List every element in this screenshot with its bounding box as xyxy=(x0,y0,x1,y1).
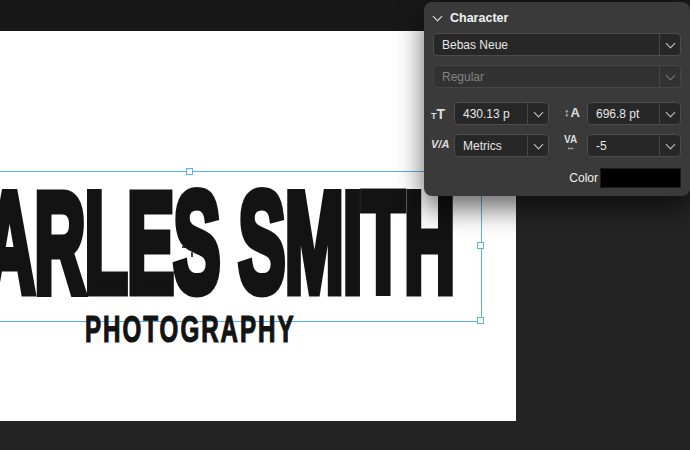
color-label: Color xyxy=(569,171,598,185)
font-family-select[interactable]: Bebas Neue xyxy=(433,33,681,56)
font-size-value: 430.13 p xyxy=(455,103,527,124)
tracking-value: -5 xyxy=(588,135,659,156)
selection-border-top xyxy=(0,171,482,172)
kerning-value: Metrics xyxy=(455,135,527,156)
dropdown-arrow-icon xyxy=(659,135,680,156)
app-window: ARLES SMITH PHOTOGRAPHY xyxy=(0,0,690,450)
panel-title: Character xyxy=(450,11,508,25)
chevron-down-icon[interactable] xyxy=(433,12,443,22)
dropdown-arrow-icon xyxy=(659,66,680,87)
character-panel-header[interactable]: Character xyxy=(434,11,508,25)
selection-handle-right-middle[interactable] xyxy=(477,242,484,249)
dropdown-arrow-icon xyxy=(659,103,680,124)
font-size-select[interactable]: 430.13 p xyxy=(454,102,549,125)
dropdown-arrow-icon xyxy=(659,34,680,55)
font-family-value: Bebas Neue xyxy=(434,34,659,55)
dropdown-arrow-icon xyxy=(527,135,548,156)
color-swatch[interactable] xyxy=(600,168,681,188)
leading-value: 696.8 pt xyxy=(588,103,659,124)
font-size-icon: TT xyxy=(431,107,445,121)
kerning-icon: V/A xyxy=(431,139,449,150)
font-style-value: Regular xyxy=(434,66,659,87)
leading-icon: ↕A xyxy=(564,106,580,119)
selection-handle-top-center[interactable] xyxy=(186,168,193,175)
color-row: Color xyxy=(424,168,690,189)
character-panel: Character Bebas Neue Regular TT 430.13 p… xyxy=(424,2,690,196)
tracking-select[interactable]: -5 xyxy=(587,134,681,157)
selection-handle-bottom-right[interactable] xyxy=(477,317,484,324)
tracking-icon: VA ↔ xyxy=(564,135,577,152)
dropdown-arrow-icon xyxy=(527,103,548,124)
kerning-select[interactable]: Metrics xyxy=(454,134,549,157)
subline-text[interactable]: PHOTOGRAPHY xyxy=(85,312,296,348)
move-cursor-icon xyxy=(181,236,203,262)
leading-select[interactable]: 696.8 pt xyxy=(587,102,681,125)
font-style-select[interactable]: Regular xyxy=(433,65,681,88)
headline-text[interactable]: ARLES SMITH xyxy=(0,172,454,314)
